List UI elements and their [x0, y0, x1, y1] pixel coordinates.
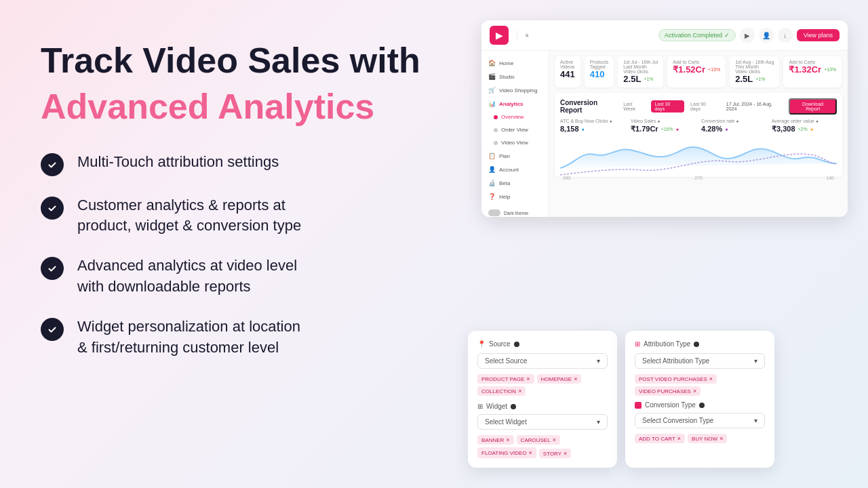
- conversion-rate-metric: Conversion rate ● 4.28% ●: [701, 119, 766, 134]
- buy-now-tag: BUY NOW ×: [688, 434, 727, 443]
- remove-collection-tag[interactable]: ×: [518, 388, 521, 394]
- check-icon-1: [41, 153, 64, 176]
- main-stats-area: ActiveVideos 441 ProductsTagged 410 1st …: [549, 51, 848, 217]
- add-to-cart-tag: ADD TO CART ×: [635, 434, 685, 443]
- conversion-type-section: Conversion Type Select Conversion Type ▾…: [635, 401, 765, 443]
- sidebar-help[interactable]: ❓ Help: [481, 190, 549, 203]
- conv-type-info-dot: [699, 403, 705, 408]
- filter-last-90-days[interactable]: Last 90 days: [687, 100, 720, 113]
- sidebar-video-view[interactable]: Video View: [481, 136, 549, 149]
- remove-banner-tag[interactable]: ×: [506, 436, 509, 443]
- select-source-dropdown[interactable]: Select Source ▾: [477, 353, 608, 369]
- sidebar-studio[interactable]: 🎬 Studio: [481, 70, 549, 83]
- homepage-tag: HOMEPAGE ×: [537, 374, 582, 384]
- download-report-button[interactable]: Download Report: [789, 98, 837, 115]
- conversion-report-title: Conversion Report: [560, 99, 620, 114]
- check-icon-2: [41, 197, 64, 220]
- sidebar-account[interactable]: 👤 Account: [481, 163, 549, 176]
- sidebar-plan[interactable]: 📋 Plan: [481, 149, 549, 163]
- widget-section: ⊞ Widget Select Widget ▾ BANNER × CAROUS…: [477, 403, 608, 458]
- remove-homepage-tag[interactable]: ×: [574, 375, 577, 382]
- app-sidebar: 🏠 Home 🎬 Studio 🛒 Video Shopping 📊 Analy…: [481, 51, 549, 217]
- analytics-card: ▶ ≡ Activation Completed ✓ ▶ 👤 ↓ View pl…: [481, 20, 848, 217]
- headline: Track Video Sales with Advanced Analytic…: [41, 41, 434, 127]
- source-info-dot: [514, 342, 519, 347]
- video-icon[interactable]: ▶: [740, 28, 755, 43]
- widget-dropdown-chevron-icon: ▾: [597, 418, 600, 426]
- attribution-card: ⊞ Attribution Type Select Attribution Ty…: [625, 331, 774, 468]
- left-panel: Track Video Sales with Advanced Analytic…: [41, 41, 434, 358]
- remove-post-video-tag[interactable]: ×: [709, 375, 713, 382]
- inactive-dot-2: [494, 141, 498, 145]
- analytics-body: 🏠 Home 🎬 Studio 🛒 Video Shopping 📊 Analy…: [481, 51, 848, 217]
- top-stats-row: ActiveVideos 441 ProductsTagged 410 1st …: [555, 56, 842, 87]
- select-widget-dropdown[interactable]: Select Widget ▾: [477, 414, 608, 430]
- headline-line2: Advanced Analytics: [41, 87, 434, 127]
- select-conv-type-dropdown[interactable]: Select Conversion Type ▾: [635, 413, 765, 428]
- sidebar-home[interactable]: 🏠 Home: [481, 56, 549, 70]
- sidebar-video-shopping[interactable]: 🛒 Video Shopping: [481, 83, 549, 97]
- users-icon[interactable]: 👤: [759, 28, 774, 43]
- view-plans-button[interactable]: View plans: [797, 29, 840, 41]
- remove-add-to-cart-tag[interactable]: ×: [677, 435, 681, 442]
- analytics-header: ▶ ≡ Activation Completed ✓ ▶ 👤 ↓ View pl…: [481, 20, 848, 51]
- feature-text-2: Customer analytics & reports atproduct, …: [77, 195, 301, 237]
- feature-item-2: Customer analytics & reports atproduct, …: [41, 195, 434, 237]
- conversion-report-section: Conversion Report Last Week Last 30 days…: [555, 93, 842, 177]
- story-tag: STORY ×: [539, 449, 572, 458]
- studio-icon: 🎬: [488, 73, 496, 80]
- product-page-tag: PRODUCT PAGE ×: [477, 374, 534, 384]
- sidebar-order-view[interactable]: Order View: [481, 123, 549, 136]
- metrics-row: ATC & Buy Now Clicks ● 8,158 ● Video Sal…: [560, 119, 837, 134]
- conv-type-header: Conversion Type: [635, 401, 765, 409]
- check-icon-4: [41, 318, 64, 341]
- select-attribution-dropdown[interactable]: Select Attribution Type ▾: [635, 353, 765, 369]
- add-to-carts-last-month-stat: Add to Carts ₹1.52Cr +13%: [667, 56, 726, 87]
- sidebar-analytics[interactable]: 📊 Analytics: [481, 97, 549, 110]
- remove-video-purchases-tag[interactable]: ×: [693, 388, 696, 394]
- remove-product-page-tag[interactable]: ×: [526, 375, 530, 382]
- svg-point-3: [46, 323, 58, 336]
- attribution-info-dot: [694, 342, 699, 347]
- video-purchases-tag: VIDEO PURCHASES ×: [635, 386, 701, 396]
- features-list: Multi-Touch attribution settings Custome…: [41, 152, 434, 359]
- feature-text-1: Multi-Touch attribution settings: [77, 152, 279, 173]
- widget-tags: BANNER × CAROUSEL × FLOATING VIDEO × STO…: [477, 435, 608, 458]
- video-sales-metric: Video Sales ● ₹1.79Cr +16% ●: [631, 119, 696, 134]
- filter-last-30-days[interactable]: Last 30 days: [651, 100, 684, 113]
- feature-item-1: Multi-Touch attribution settings: [41, 152, 434, 176]
- remove-story-tag[interactable]: ×: [564, 450, 567, 457]
- floating-video-tag: FLOATING VIDEO ×: [477, 447, 536, 458]
- attribution-dropdown-chevron-icon: ▾: [754, 357, 757, 365]
- right-panel: ▶ ≡ Activation Completed ✓ ▶ 👤 ↓ View pl…: [468, 20, 848, 468]
- grid-icon: ⊞: [477, 403, 483, 410]
- mini-chart: 340 270 140: [560, 138, 837, 171]
- svg-point-0: [46, 159, 58, 171]
- widget-header: ⊞ Widget: [477, 403, 608, 410]
- avg-order-value-metric: Average order value ● ₹3,308 +2% ●: [772, 119, 837, 134]
- bottom-filter-cards: 📍 Source Select Source ▾ PRODUCT PAGE × …: [468, 331, 834, 468]
- plan-icon: 📋: [488, 152, 496, 159]
- account-icon: 👤: [488, 166, 496, 173]
- products-tagged-stat: ProductsTagged 410: [585, 56, 614, 87]
- remove-floating-video-tag[interactable]: ×: [529, 449, 532, 456]
- svg-point-1: [46, 202, 58, 214]
- activation-badge: Activation Completed ✓: [658, 29, 736, 41]
- feature-item-3: Advanced analytics at video levelwith do…: [41, 256, 434, 298]
- banner-tag: BANNER ×: [477, 435, 514, 445]
- source-tags: PRODUCT PAGE × HOMEPAGE × COLLECTION ×: [477, 374, 608, 396]
- download-icon[interactable]: ↓: [778, 28, 793, 43]
- sidebar-beta[interactable]: 🔬 Beta: [481, 176, 549, 190]
- feature-text-4: Widget personalization at location& firs…: [77, 317, 300, 359]
- collection-tag: COLLECTION ×: [477, 386, 526, 396]
- feature-text-3: Advanced analytics at video levelwith do…: [77, 256, 297, 298]
- sidebar-dark-theme[interactable]: Dark theme: [481, 206, 549, 217]
- help-icon: ❓: [488, 193, 496, 200]
- remove-buy-now-tag[interactable]: ×: [719, 435, 723, 442]
- sidebar-overview[interactable]: Overview: [481, 110, 549, 123]
- check-icon-3: [41, 257, 64, 280]
- dropdown-chevron-icon: ▾: [597, 357, 600, 365]
- conversion-report-header: Conversion Report Last Week Last 30 days…: [560, 98, 837, 115]
- remove-carousel-tag[interactable]: ×: [553, 436, 556, 443]
- filter-last-week[interactable]: Last Week: [620, 100, 648, 113]
